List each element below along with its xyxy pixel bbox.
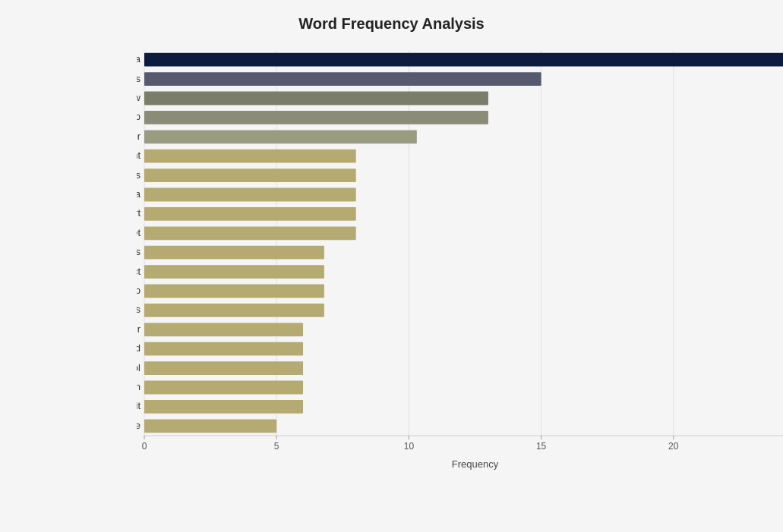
svg-rect-44: [144, 400, 303, 414]
svg-text:0: 0: [142, 441, 147, 452]
svg-text:msp: msp: [137, 285, 140, 296]
chart-title: Word Frequency Analysis: [23, 15, 760, 33]
svg-text:value: value: [137, 420, 140, 431]
svg-text:data: data: [137, 188, 141, 200]
svg-text:user: user: [137, 131, 141, 142]
svg-text:endpoint: endpoint: [137, 150, 140, 161]
svg-rect-38: [144, 342, 303, 356]
svg-text:new: new: [137, 92, 141, 103]
svg-text:business: business: [137, 304, 140, 315]
svg-text:protect: protect: [137, 266, 140, 277]
svg-text:smart: smart: [137, 207, 140, 219]
svg-text:saas: saas: [137, 246, 140, 257]
svg-text:build: build: [137, 342, 140, 354]
svg-rect-26: [144, 226, 356, 240]
svg-text:msps: msps: [137, 73, 140, 84]
svg-rect-40: [144, 361, 303, 375]
svg-text:control: control: [137, 362, 140, 373]
svg-rect-28: [144, 246, 324, 260]
svg-text:customers: customers: [137, 169, 140, 181]
svg-rect-20: [144, 168, 356, 182]
svg-rect-8: [144, 53, 783, 67]
svg-text:kaseya: kaseya: [137, 53, 141, 65]
svg-text:15: 15: [536, 441, 547, 452]
svg-rect-18: [144, 150, 356, 163]
svg-text:resolution: resolution: [137, 381, 140, 392]
svg-text:5: 5: [274, 441, 279, 452]
chart-svg: kaseyamspsnewbackupuserendpointcustomers…: [137, 46, 783, 474]
svg-rect-30: [144, 265, 324, 279]
svg-rect-22: [144, 188, 356, 202]
svg-rect-32: [144, 285, 324, 298]
svg-text:offer: offer: [137, 323, 141, 335]
svg-rect-46: [144, 419, 276, 433]
chart-container: Word Frequency Analysis kaseyamspsnewbac…: [0, 0, 783, 532]
svg-rect-34: [144, 304, 324, 317]
svg-text:20: 20: [668, 441, 679, 452]
svg-text:ticket: ticket: [137, 227, 140, 238]
svg-text:Frequency: Frequency: [452, 458, 499, 470]
svg-rect-16: [144, 130, 417, 143]
svg-rect-24: [144, 207, 356, 221]
svg-rect-10: [144, 72, 541, 86]
svg-rect-14: [144, 111, 488, 124]
svg-rect-36: [144, 323, 303, 336]
svg-text:audit: audit: [137, 400, 140, 411]
svg-text:10: 10: [404, 441, 415, 452]
svg-rect-42: [144, 381, 303, 395]
svg-text:backup: backup: [137, 111, 140, 122]
svg-rect-12: [144, 92, 488, 105]
